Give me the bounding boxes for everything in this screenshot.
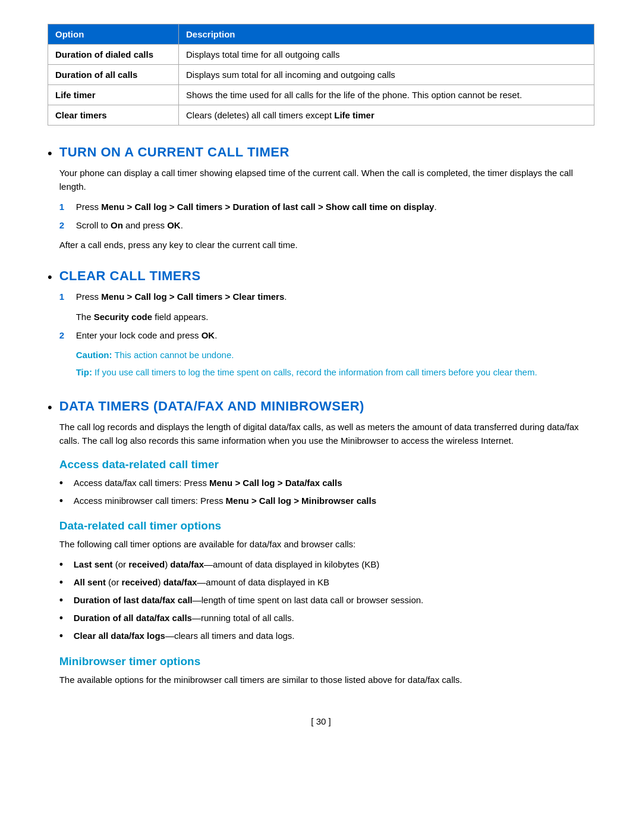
step-number: 1	[59, 200, 71, 214]
step-item: 2 Scroll to On and press OK.	[59, 218, 594, 232]
section-data-timers: • DATA TIMERS (DATA/FAX AND MINIBROWSER)…	[48, 399, 594, 692]
list-item-text: Last sent (or received) data/fax—amount …	[74, 557, 379, 571]
turn-on-timer-intro: Your phone can display a call timer show…	[59, 166, 594, 194]
turn-on-timer-after: After a call ends, press any key to clea…	[59, 238, 594, 252]
bullet-icon: •	[59, 593, 70, 608]
step-text: Scroll to On and press OK.	[76, 218, 594, 232]
list-item-text: Access minibrowser call timers: Press Me…	[74, 494, 376, 507]
table-row: Duration of dialed calls Displays total …	[48, 45, 594, 65]
table-cell-description: Displays total time for all outgoing cal…	[179, 45, 594, 65]
bullet-icon: •	[59, 629, 70, 644]
security-code-text: The Security code field appears.	[76, 310, 594, 324]
list-item-text: All sent (or received) data/fax—amount o…	[74, 575, 329, 589]
list-item-text: Clear all data/fax logs—clears all timer…	[74, 629, 295, 642]
list-item-text: Duration of last data/fax call—length of…	[74, 593, 424, 607]
table-cell-description: Clears (deletes) all call timers except …	[179, 105, 594, 126]
step-text: Press Menu > Call log > Call timers > Du…	[76, 200, 594, 214]
data-timer-options-bullets: • Last sent (or received) data/fax—amoun…	[59, 557, 594, 644]
bullet-icon: •	[59, 611, 70, 626]
clear-call-timers-step2: 2 Enter your lock code and press OK.	[59, 328, 594, 342]
data-timer-options-heading: Data-related call timer options	[59, 519, 594, 532]
access-data-timer-heading: Access data-related call timer	[59, 458, 594, 471]
turn-on-timer-heading: TURN ON A CURRENT CALL TIMER	[59, 145, 594, 160]
clear-call-timers-steps: 1 Press Menu > Call log > Call timers > …	[59, 290, 594, 303]
table-row: Clear timers Clears (deletes) all call t…	[48, 105, 594, 126]
step-number: 1	[59, 290, 71, 303]
bullet-dot-icon: •	[48, 400, 52, 415]
minibrowser-timer-text: The available options for the minibrowse…	[59, 673, 594, 687]
step-number: 2	[59, 218, 71, 232]
bullet-dot-icon: •	[48, 146, 52, 161]
table-row: Duration of all calls Displays sum total…	[48, 65, 594, 85]
section-turn-on-timer-content: TURN ON A CURRENT CALL TIMER Your phone …	[59, 145, 594, 258]
step-number: 2	[59, 328, 71, 342]
list-item-text: Access data/fax call timers: Press Menu …	[74, 476, 342, 490]
table-header-description: Description	[179, 24, 594, 45]
minibrowser-timer-heading: Minibrowser timer options	[59, 655, 594, 668]
table-cell-description: Shows the time used for all calls for th…	[179, 85, 594, 105]
list-item-text: Duration of all data/fax calls—running t…	[74, 611, 294, 625]
tip-text: Tip: If you use call timers to log the t…	[76, 365, 594, 379]
data-timers-heading: DATA TIMERS (DATA/FAX AND MINIBROWSER)	[59, 399, 594, 414]
table-row: Life timer Shows the time used for all c…	[48, 85, 594, 105]
table-cell-description: Displays sum total for all incoming and …	[179, 65, 594, 85]
step-text: Enter your lock code and press OK.	[76, 328, 594, 342]
access-data-timer-bullets: • Access data/fax call timers: Press Men…	[59, 476, 594, 509]
table-cell-option: Duration of all calls	[48, 65, 179, 85]
list-item: • Access data/fax call timers: Press Men…	[59, 476, 594, 491]
options-table: Option Description Duration of dialed ca…	[48, 24, 594, 126]
table-cell-option: Duration of dialed calls	[48, 45, 179, 65]
table-cell-option: Life timer	[48, 85, 179, 105]
list-item: • Duration of last data/fax call—length …	[59, 593, 594, 608]
turn-on-timer-steps: 1 Press Menu > Call log > Call timers > …	[59, 200, 594, 233]
list-item: • Last sent (or received) data/fax—amoun…	[59, 557, 594, 572]
list-item: • Access minibrowser call timers: Press …	[59, 494, 594, 509]
data-timer-options-intro: The following call timer options are ava…	[59, 537, 594, 551]
list-item: • All sent (or received) data/fax—amount…	[59, 575, 594, 590]
list-item: • Duration of all data/fax calls—running…	[59, 611, 594, 626]
page-number: [ 30 ]	[48, 716, 594, 726]
table-cell-option: Clear timers	[48, 105, 179, 126]
bullet-icon: •	[59, 575, 70, 590]
step-item: 2 Enter your lock code and press OK.	[59, 328, 594, 342]
section-clear-call-timers-content: CLEAR CALL TIMERS 1 Press Menu > Call lo…	[59, 268, 594, 387]
data-timers-intro: The call log records and displays the le…	[59, 420, 594, 448]
list-item: • Clear all data/fax logs—clears all tim…	[59, 629, 594, 644]
tip-label: Tip:	[76, 367, 92, 377]
step-item: 1 Press Menu > Call log > Call timers > …	[59, 200, 594, 214]
section-data-timers-content: DATA TIMERS (DATA/FAX AND MINIBROWSER) T…	[59, 399, 594, 692]
section-clear-call-timers: • CLEAR CALL TIMERS 1 Press Menu > Call …	[48, 268, 594, 387]
bullet-icon: •	[59, 557, 70, 572]
step-item: 1 Press Menu > Call log > Call timers > …	[59, 290, 594, 303]
table-header-option: Option	[48, 24, 179, 45]
clear-call-timers-heading: CLEAR CALL TIMERS	[59, 268, 594, 284]
bullet-dot-icon: •	[48, 269, 52, 285]
bullet-icon: •	[59, 476, 70, 491]
caution-label: Caution:	[76, 350, 112, 360]
bullet-icon: •	[59, 494, 70, 509]
caution-text: Caution: This action cannot be undone.	[76, 348, 594, 362]
section-turn-on-timer: • TURN ON A CURRENT CALL TIMER Your phon…	[48, 145, 594, 258]
step-text: Press Menu > Call log > Call timers > Cl…	[76, 290, 594, 303]
